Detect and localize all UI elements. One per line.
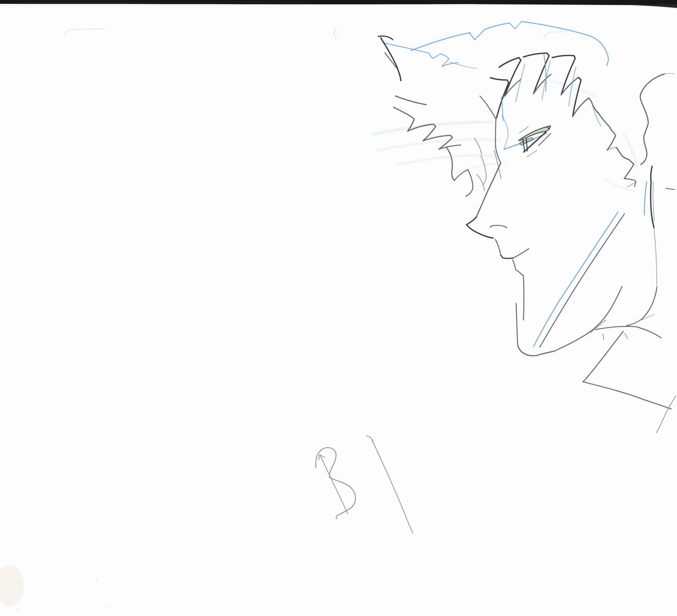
shoulder-jacket-strokes [583,314,676,433]
side-hair-and-head-outline [598,74,674,187]
scanner-bar [0,0,677,8]
peg-hole-artifacts [64,28,567,39]
hair-blue-construction-lines [382,21,608,69]
face-profile-stroke [466,119,529,320]
sketch-canvas [0,0,677,616]
hair-graphite-left-spikes [378,36,496,196]
paper-smudges [0,565,108,611]
eye-strokes [494,115,551,179]
scanned-sketch-page [0,0,677,616]
neck-and-collar-strokes [516,166,674,356]
annotation-b1 [316,436,413,533]
